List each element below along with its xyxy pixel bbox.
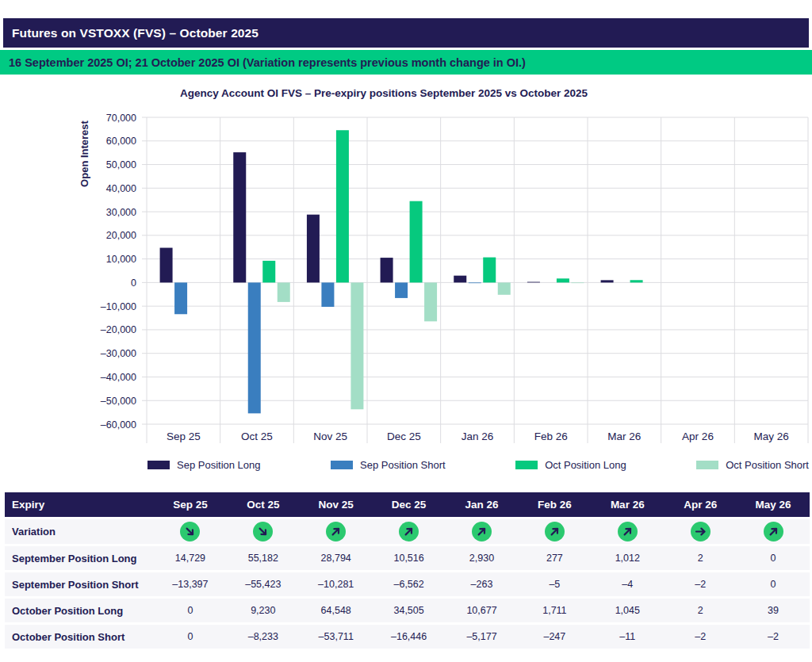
table-header-row: Expiry Sep 25Oct 25Nov 25Dec 25Jan 26Feb… <box>5 492 810 517</box>
table-value-cell: –53,711 <box>300 631 373 642</box>
legend-label: Oct Position Long <box>545 459 626 471</box>
table-value-cell: 1,711 <box>518 605 591 616</box>
table-value-cell: 1,045 <box>591 605 664 616</box>
legend-item: Oct Position Short <box>696 459 809 471</box>
y-axis-tick-label: 40,000 <box>106 183 136 194</box>
legend-label: Oct Position Short <box>726 459 809 471</box>
table-value-cell: 2,930 <box>446 553 519 564</box>
x-axis-tick-label: Feb 26 <box>534 430 568 442</box>
table-value-cell: 28,794 <box>300 553 373 564</box>
bar-oct-position-short <box>571 282 584 283</box>
bar-oct-position-long <box>262 261 275 282</box>
expiry-table: Expiry Sep 25Oct 25Nov 25Dec 25Jan 26Feb… <box>5 492 810 649</box>
table-row-label: October Position Long <box>5 605 154 617</box>
bar-sep-position-long <box>527 282 540 283</box>
bar-sep-position-short <box>174 282 187 314</box>
table-value-cell: –247 <box>518 631 591 642</box>
x-axis-tick-label: Nov 25 <box>313 430 347 442</box>
trend-up-right-icon <box>618 522 638 541</box>
trend-up-right-icon <box>472 522 492 541</box>
x-axis-tick-label: Dec 25 <box>387 430 421 442</box>
legend-swatch-icon <box>515 461 538 469</box>
table-value-cell: –2 <box>664 631 737 642</box>
table-row: September Position Long14,72955,18228,79… <box>5 546 810 570</box>
y-axis-tick-label: –20,000 <box>101 324 136 335</box>
report-subtitle: 16 September 2025 OI; 21 October 2025 OI… <box>9 56 526 69</box>
bar-sep-position-long <box>381 258 393 282</box>
variation-row-label: Variation <box>5 526 154 538</box>
table-value-cell: –6,562 <box>373 579 446 590</box>
x-axis-tick-label: Apr 26 <box>682 430 714 442</box>
bar-oct-position-long <box>410 201 423 283</box>
table-value-cell: –13,397 <box>154 579 227 590</box>
bar-sep-position-long <box>233 152 246 282</box>
bar-sep-position-short <box>395 282 408 298</box>
table-column-header: May 26 <box>737 499 810 511</box>
chart-legend: Sep Position LongSep Position ShortOct P… <box>147 457 809 473</box>
table-column-header: Jan 26 <box>446 499 519 511</box>
y-axis-tick-label: –60,000 <box>101 419 136 430</box>
y-axis-title: Open Interest <box>79 120 90 186</box>
bar-oct-position-short <box>424 282 437 321</box>
table-row: October Position Short0–8,233–53,711–16,… <box>5 625 810 649</box>
bar-oct-position-long <box>557 278 569 282</box>
bar-sep-position-short <box>321 282 334 307</box>
bar-oct-position-long <box>630 280 643 282</box>
bar-oct-position-long <box>336 130 349 282</box>
oi-grouped-bar-chart: –60,000–50,000–40,000–30,000–20,000–10,0… <box>0 105 812 447</box>
table-row: September Position Short–13,397–55,423–1… <box>5 572 810 596</box>
bar-oct-position-short <box>350 282 363 409</box>
variation-cell <box>518 522 591 541</box>
y-axis-tick-label: 0 <box>131 277 136 289</box>
table-value-cell: 14,729 <box>154 553 227 564</box>
y-axis-tick-label: 20,000 <box>106 230 136 241</box>
variation-cell <box>591 522 664 541</box>
table-value-cell: 2 <box>664 553 737 564</box>
table-column-header: Nov 25 <box>300 499 373 511</box>
table-value-cell: 55,182 <box>227 553 300 564</box>
y-axis-tick-label: –10,000 <box>101 301 136 312</box>
variation-cell <box>446 522 519 541</box>
y-axis-tick-label: 30,000 <box>106 207 136 218</box>
y-axis-tick-label: 50,000 <box>106 159 136 170</box>
bar-oct-position-long <box>483 258 496 283</box>
table-value-cell: –5,177 <box>446 631 519 642</box>
variation-cell <box>227 522 300 541</box>
table-value-cell: 64,548 <box>300 605 373 616</box>
variation-cell <box>154 522 227 541</box>
table-value-cell: 9,230 <box>227 605 300 616</box>
bar-sep-position-short <box>469 282 481 283</box>
table-value-cell: 0 <box>737 553 810 564</box>
table-row-label: September Position Short <box>5 579 154 591</box>
trend-up-right-icon <box>326 522 346 541</box>
table-value-cell: –2 <box>737 631 810 642</box>
table-value-cell: –263 <box>446 579 519 590</box>
x-axis-tick-label: May 26 <box>754 430 789 442</box>
table-value-cell: 10,516 <box>373 553 446 564</box>
trend-down-right-icon <box>253 522 273 541</box>
table-value-cell: –2 <box>664 579 737 590</box>
x-axis-tick-label: Oct 25 <box>241 430 273 442</box>
trend-up-right-icon <box>545 522 565 541</box>
table-value-cell: 0 <box>154 631 227 642</box>
x-axis-tick-label: Sep 25 <box>167 430 201 442</box>
bar-sep-position-long <box>307 215 320 283</box>
table-value-cell: 0 <box>154 605 227 616</box>
table-value-cell: –8,233 <box>227 631 300 642</box>
y-axis-tick-label: –30,000 <box>101 348 136 359</box>
table-value-cell: 39 <box>737 605 810 616</box>
y-axis-tick-label: 60,000 <box>106 136 136 147</box>
bar-sep-position-long <box>454 276 466 283</box>
table-value-cell: 0 <box>737 579 810 590</box>
report-title-bar: Futures on VSTOXX (FVS) – October 2025 <box>3 18 809 48</box>
variation-cell <box>664 522 737 541</box>
variation-cell <box>737 522 810 541</box>
table-value-cell: –10,281 <box>300 579 373 590</box>
table-column-header: Apr 26 <box>664 499 737 511</box>
variation-row: Variation <box>5 519 810 544</box>
table-row: October Position Long09,23064,54834,5051… <box>5 599 810 622</box>
variation-cell <box>300 522 373 541</box>
table-value-cell: –5 <box>518 579 591 590</box>
table-row-label: October Position Short <box>5 631 154 643</box>
bar-oct-position-short <box>278 282 290 302</box>
